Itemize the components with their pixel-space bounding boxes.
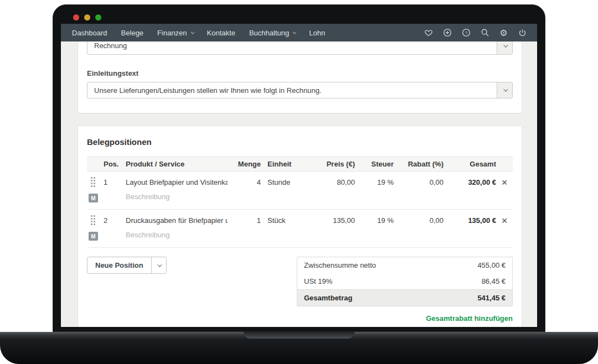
table-row: 2 Druckausgaben für Briefpapier u... 1 S…	[87, 210, 513, 248]
positions-footer: Neue Position Zwischensumme netto 455,00…	[87, 257, 513, 306]
intro-text-value: Unsere Lieferungen/Leistungen stellen wi…	[87, 86, 497, 95]
unit-value[interactable]: Stunde	[261, 178, 305, 186]
quantity-value[interactable]: 4	[228, 178, 261, 186]
new-position-button[interactable]: Neue Position	[87, 257, 167, 274]
nav-item-dashboard[interactable]: Dashboard	[72, 29, 107, 37]
positions-table: Pos. Produkt / Service Menge Einheit Pre…	[87, 157, 513, 248]
help-icon[interactable]: ?	[461, 28, 471, 38]
tax-label: USt 19%	[304, 277, 332, 285]
nav-item-label: Finanzen	[157, 29, 187, 37]
document-settings-card: Rechnung Einleitungstext Unsere Lieferun…	[78, 41, 522, 113]
position-type-badge: M	[89, 194, 98, 202]
header-einheit: Einheit	[261, 160, 305, 168]
nav-item-lohn[interactable]: Lohn	[309, 29, 325, 37]
power-icon[interactable]	[518, 28, 527, 38]
document-type-select[interactable]: Rechnung	[87, 41, 513, 55]
content-area: Rechnung Einleitungstext Unsere Lieferun…	[61, 41, 537, 327]
tax-value[interactable]: 19 %	[355, 178, 394, 186]
header-preis: Preis (€)	[305, 160, 355, 168]
header-rabatt: Rabatt (%)	[394, 160, 444, 168]
svg-text:?: ?	[465, 30, 467, 35]
nav-item-buchhaltung[interactable]: Buchhaltung	[249, 29, 295, 37]
nav-item-finanzen[interactable]: Finanzen	[157, 29, 193, 37]
laptop-mockup: Dashboard Belege Finanzen Kontakte Buchh…	[0, 4, 598, 364]
grand-total-value: 541,45 €	[477, 294, 506, 302]
totals-summary: Zwischensumme netto 455,00 € USt 19% 86,…	[297, 257, 513, 306]
nav-item-belege[interactable]: Belege	[121, 29, 143, 37]
heart-icon[interactable]	[424, 28, 433, 38]
subtotal-row: Zwischensumme netto 455,00 €	[297, 257, 512, 273]
app-screen: Dashboard Belege Finanzen Kontakte Buchh…	[61, 24, 537, 327]
total-value: 320,00 €	[444, 178, 496, 186]
window-controls	[61, 11, 537, 24]
top-navbar: Dashboard Belege Finanzen Kontakte Buchh…	[61, 24, 537, 41]
discount-link-wrap: Gesamtrabatt hinzufügen	[87, 313, 513, 323]
chevron-down-icon	[503, 43, 508, 47]
subtotal-label: Zwischensumme netto	[304, 261, 376, 269]
tax-value[interactable]: 19 %	[355, 216, 394, 225]
window-maximize-dot	[95, 14, 101, 20]
positions-card: Belegpositionen Pos. Produkt / Service M…	[78, 126, 522, 327]
dropdown-caret-button[interactable]	[497, 41, 512, 54]
discount-value[interactable]: 0,00	[394, 178, 444, 186]
chevron-down-icon	[157, 262, 162, 267]
grand-total-label: Gesamtbetrag	[304, 294, 352, 302]
laptop-notch	[244, 332, 354, 339]
product-name[interactable]: Layout Briefpapier und Visitenkarte	[126, 178, 228, 186]
drag-handle-icon[interactable]	[91, 215, 95, 225]
remove-row-icon[interactable]: ×	[501, 215, 507, 226]
grand-total-row: Gesamtbetrag 541,45 €	[297, 289, 512, 306]
total-value: 135,00 €	[444, 216, 496, 225]
position-type-badge: M	[89, 232, 98, 241]
position-number: 1	[104, 178, 126, 186]
tax-value: 86,45 €	[482, 277, 506, 285]
search-icon[interactable]	[480, 28, 489, 38]
header-product: Produkt / Service	[126, 160, 228, 168]
gear-icon[interactable]: ⚙	[499, 28, 508, 38]
intro-text-select[interactable]: Unsere Lieferungen/Leistungen stellen wi…	[87, 82, 513, 98]
discount-value[interactable]: 0,00	[394, 216, 444, 225]
dropdown-caret-button[interactable]	[497, 82, 512, 98]
position-number: 2	[104, 216, 126, 225]
table-row: 1 Layout Briefpapier und Visitenkarte 4 …	[87, 171, 513, 210]
navbar-actions: ? ⚙	[424, 28, 527, 38]
plus-circle-icon[interactable]	[442, 28, 452, 38]
document-type-value: Rechnung	[87, 41, 497, 54]
new-position-label: Neue Position	[87, 257, 151, 273]
header-steuer: Steuer	[355, 160, 394, 168]
nav-item-label: Buchhaltung	[249, 29, 289, 37]
subtotal-value: 455,00 €	[477, 261, 506, 269]
main-menu: Dashboard Belege Finanzen Kontakte Buchh…	[72, 29, 325, 37]
unit-value[interactable]: Stück	[261, 216, 305, 225]
positions-title: Belegpositionen	[87, 137, 513, 147]
chevron-down-icon	[190, 30, 194, 34]
price-value[interactable]: 135,00	[305, 216, 355, 225]
product-name[interactable]: Druckausgaben für Briefpapier u...	[126, 216, 228, 225]
laptop-screen-bezel: Dashboard Belege Finanzen Kontakte Buchh…	[53, 4, 545, 332]
description-placeholder[interactable]: Beschreibung	[126, 193, 513, 201]
laptop-base	[0, 332, 598, 364]
window-minimize-dot	[84, 14, 90, 20]
header-menge: Menge	[228, 160, 261, 168]
header-pos: Pos.	[104, 160, 126, 168]
header-gesamt: Gesamt	[444, 160, 496, 168]
window-close-dot	[73, 14, 79, 20]
chevron-down-icon	[503, 87, 508, 91]
chevron-down-icon	[293, 30, 297, 34]
remove-row-icon[interactable]: ×	[501, 177, 507, 188]
quantity-value[interactable]: 1	[228, 216, 261, 225]
price-value[interactable]: 80,00	[305, 178, 355, 186]
add-discount-link[interactable]: Gesamtrabatt hinzufügen	[426, 314, 513, 323]
intro-text-label: Einleitungstext	[87, 69, 513, 77]
new-position-caret-button[interactable]	[151, 257, 166, 273]
drag-handle-icon[interactable]	[91, 177, 95, 187]
tax-row: USt 19% 86,45 €	[297, 273, 512, 289]
table-header-row: Pos. Produkt / Service Menge Einheit Pre…	[87, 157, 513, 171]
description-placeholder[interactable]: Beschreibung	[126, 231, 513, 239]
nav-item-kontakte[interactable]: Kontakte	[207, 29, 235, 37]
